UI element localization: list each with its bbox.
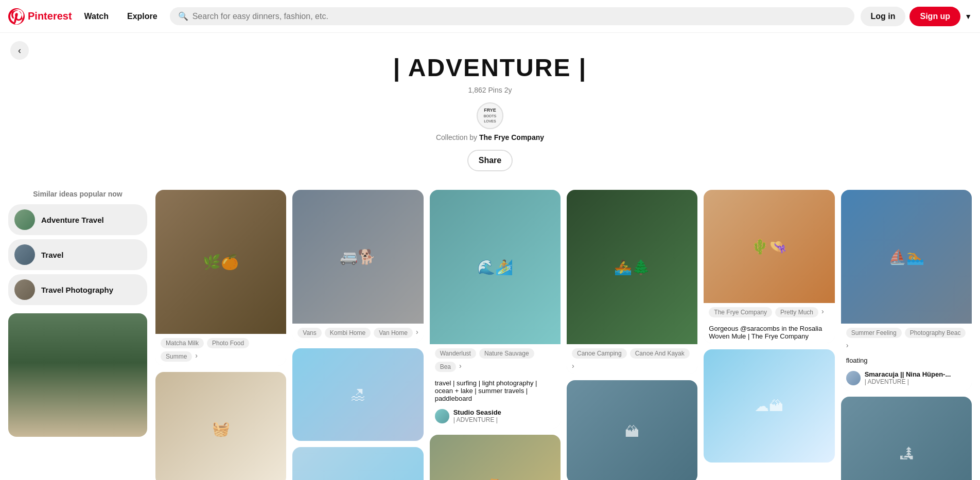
pin-user-avatar: [435, 409, 449, 423]
pin-tag[interactable]: Canoe And Kayak: [630, 348, 690, 359]
main-content: Similar ideas popular now Adventure Trav…: [0, 182, 980, 480]
pin-user-avatar: [846, 371, 861, 385]
pin-tag[interactable]: Matcha Milk: [161, 338, 204, 348]
share-button[interactable]: Share: [467, 150, 513, 171]
pin-card[interactable]: 🌵👒 The Frye Company Pretty Much › Gorgeo…: [704, 190, 834, 343]
pin-image: 🌿🍊: [155, 190, 286, 334]
pin-card[interactable]: ⛵🏊 Summer Feeling Photography Beac › flo…: [841, 190, 972, 390]
pin-board: | ADVENTURE |: [453, 416, 501, 423]
pins-count: 1,862: [468, 86, 486, 94]
masonry-col-2: 🚐🐕 Vans Kombi Home Van Home › 🏖 🧊: [292, 190, 423, 480]
pin-tag[interactable]: Summe: [161, 351, 192, 362]
search-input[interactable]: [192, 12, 846, 21]
logo-text: Pinterest: [28, 10, 72, 22]
pin-tags: Summer Feeling Photography Beac ›: [841, 324, 972, 353]
pin-user-info: Smaracuja || Nina Hüpen-... | ADVENTURE …: [865, 370, 951, 385]
logo-link[interactable]: Pinterest: [8, 8, 72, 25]
pin-tags: The Frye Company Pretty Much ›: [704, 303, 834, 322]
sidebar-thumb-travel: [14, 244, 35, 265]
sidebar-item-travel[interactable]: Travel: [8, 239, 147, 270]
pin-tag[interactable]: Pretty Much: [775, 307, 818, 317]
pin-card[interactable]: ☁🏔: [704, 349, 834, 463]
pins-area: 🌿🍊 Matcha Milk Photo Food Summe › 🧺: [155, 190, 972, 480]
pin-image: ⛺: [430, 435, 561, 480]
pin-tag-more[interactable]: ›: [416, 328, 418, 338]
pin-board: | ADVENTURE |: [865, 378, 951, 385]
pin-tag[interactable]: Photography Beac: [905, 328, 966, 338]
pin-user: Smaracuja || Nina Hüpen-... | ADVENTURE …: [841, 367, 972, 390]
sidebar-item-label-travel-photo: Travel Photography: [41, 286, 113, 294]
pin-card[interactable]: 🧺: [155, 372, 286, 480]
similar-ideas-label: Similar ideas popular now: [8, 190, 147, 198]
pin-card[interactable]: 🏞: [841, 397, 972, 480]
pin-image: ⛵🏊: [841, 190, 972, 324]
sidebar-item-label-adventure: Adventure Travel: [41, 216, 104, 224]
sidebar-thumb-travel-photo: [14, 279, 35, 300]
pin-tag[interactable]: Photo Food: [207, 338, 249, 348]
pin-image: 🚐🐕: [292, 190, 423, 324]
pin-tag[interactable]: Van Home: [374, 328, 413, 338]
pin-image: 🧺: [155, 372, 286, 480]
pin-card[interactable]: 🚐🐕 Vans Kombi Home Van Home ›: [292, 190, 423, 342]
pin-tag[interactable]: Canoe Camping: [572, 348, 627, 359]
pin-description: Gorgeous @saracombs in the Rosalia Woven…: [704, 322, 834, 343]
pin-tag[interactable]: Summer Feeling: [846, 328, 902, 338]
sidebar-item-label-travel: Travel: [41, 251, 63, 259]
pin-tag[interactable]: Kombi Home: [325, 328, 371, 338]
pin-user-name: Smaracuja || Nina Hüpen-...: [865, 370, 951, 378]
pin-tag-more[interactable]: ›: [572, 362, 574, 370]
search-icon: 🔍: [178, 11, 188, 21]
pin-card[interactable]: 🌿🍊 Matcha Milk Photo Food Summe ›: [155, 190, 286, 366]
pin-tag-more[interactable]: ›: [846, 341, 849, 349]
pin-image: 🌊🏄: [430, 190, 561, 344]
pin-image: 🧊: [292, 447, 423, 480]
watch-nav-link[interactable]: Watch: [78, 8, 115, 25]
sidebar-item-travel-photography[interactable]: Travel Photography: [8, 274, 147, 305]
pin-user-name: Studio Seaside: [453, 408, 501, 416]
pins-label: Pins: [488, 86, 502, 94]
sidebar-item-adventure-travel[interactable]: Adventure Travel: [8, 204, 147, 235]
pin-image: 🌵👒: [704, 190, 834, 303]
pin-tags: Canoe Camping Canoe And Kayak ›: [567, 344, 697, 374]
explore-nav-link[interactable]: Explore: [121, 8, 164, 25]
pinterest-logo-icon: [8, 8, 25, 25]
pin-tag[interactable]: Nature Sauvage: [479, 348, 534, 359]
collection-owner-link[interactable]: The Frye Company: [479, 133, 544, 141]
masonry-col-6: ⛵🏊 Summer Feeling Photography Beac › flo…: [841, 190, 972, 480]
sidebar-thumb-adventure: [14, 209, 35, 230]
board-avatar: FRYEBOOTS LOVES: [477, 102, 503, 129]
board-age: 2y: [504, 86, 512, 94]
pin-description: travel | surfing | light photography | o…: [430, 376, 561, 405]
pin-image: ☁🏔: [704, 349, 834, 463]
pin-tags: Wanderlust Nature Sauvage Bea ›: [430, 344, 561, 376]
signup-button[interactable]: Sign up: [909, 7, 960, 26]
pin-tag-more[interactable]: ›: [195, 351, 198, 362]
pin-card[interactable]: 🧊: [292, 447, 423, 480]
pin-tag-more[interactable]: ›: [459, 362, 462, 372]
pin-tag-more[interactable]: ›: [821, 307, 824, 317]
login-button[interactable]: Log in: [861, 7, 906, 26]
avatar-text: FRYEBOOTS LOVES: [478, 108, 502, 124]
pin-card[interactable]: 🚣🌲 Canoe Camping Canoe And Kayak ›: [567, 190, 697, 374]
collection-by: Collection by The Frye Company: [10, 133, 970, 141]
pin-card[interactable]: 🏔: [567, 380, 697, 480]
masonry-grid: 🌿🍊 Matcha Milk Photo Food Summe › 🧺: [155, 190, 972, 480]
pin-card[interactable]: ⛺: [430, 435, 561, 480]
nav-actions: Log in Sign up ▼: [861, 7, 972, 26]
back-button[interactable]: ‹: [10, 41, 29, 60]
masonry-col-3: 🌊🏄 Wanderlust Nature Sauvage Bea › trave…: [430, 190, 561, 480]
sidebar-large-card[interactable]: [8, 313, 147, 437]
pin-card[interactable]: 🏖: [292, 348, 423, 441]
pin-image: 🏞: [841, 397, 972, 480]
search-bar: 🔍: [170, 7, 854, 25]
pin-card[interactable]: 🌊🏄 Wanderlust Nature Sauvage Bea › trave…: [430, 190, 561, 429]
pin-tag[interactable]: Wanderlust: [435, 348, 476, 359]
board-header: | ADVENTURE | 1,862 Pins 2y FRYEBOOTS LO…: [0, 33, 980, 182]
pin-image: 🏖: [292, 348, 423, 441]
pin-tag[interactable]: Bea: [435, 362, 456, 372]
pin-user-info: Studio Seaside | ADVENTURE |: [453, 408, 501, 423]
chevron-down-icon[interactable]: ▼: [965, 12, 972, 21]
pin-tag[interactable]: The Frye Company: [709, 307, 772, 317]
pin-tags: Vans Kombi Home Van Home ›: [292, 324, 423, 342]
pin-tag[interactable]: Vans: [297, 328, 321, 338]
